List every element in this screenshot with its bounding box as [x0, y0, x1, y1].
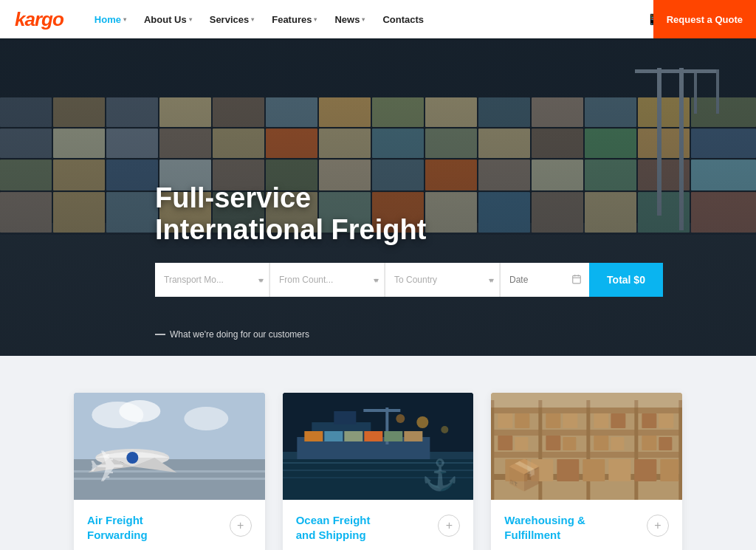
main-nav: Home ▾ About Us ▾ Services ▾ Features ▾ … [86, 0, 647, 38]
service-title-warehouse: Warehousing &Fulfillment [504, 513, 585, 543]
date-wrapper [501, 263, 589, 297]
nav-item-contacts[interactable]: Contacts [374, 0, 433, 38]
air-freight-image [74, 393, 265, 500]
nav-item-about[interactable]: About Us ▾ [135, 0, 201, 38]
header: kargo Home ▾ About Us ▾ Services ▾ Featu… [0, 0, 756, 38]
logo[interactable]: kargo [15, 8, 63, 31]
transport-mode-wrapper: Transport Mo... Air Freight Ocean Freigh… [155, 263, 270, 297]
svg-rect-97 [384, 431, 402, 441]
svg-rect-93 [304, 431, 323, 441]
svg-rect-78 [74, 478, 265, 480]
hero-section: Full-service International Freight Trans… [0, 38, 756, 356]
freight-search-form: Transport Mo... Air Freight Ocean Freigh… [155, 263, 628, 297]
total-button[interactable]: Total $0 [589, 263, 663, 297]
services-section: Air FreightForwarding + [0, 356, 756, 550]
svg-rect-98 [404, 431, 422, 441]
service-card-air: Air FreightForwarding + [74, 393, 265, 550]
service-title-ocean: Ocean Freightand Shipping [296, 513, 371, 543]
calendar-icon [571, 274, 582, 286]
nav-item-home[interactable]: Home ▾ [86, 0, 135, 38]
svg-point-81 [184, 407, 228, 430]
warehouse-image [491, 393, 682, 500]
logo-text: kar [15, 8, 41, 30]
nav-item-news[interactable]: News ▾ [326, 0, 374, 38]
chevron-down-icon: ▾ [123, 16, 126, 23]
service-body-air: Air FreightForwarding + [74, 500, 265, 550]
svg-point-84 [110, 461, 125, 469]
svg-point-105 [441, 426, 448, 433]
service-expand-ocean[interactable]: + [438, 515, 460, 537]
chevron-down-icon: ▾ [251, 16, 254, 23]
hero-content: Full-service International Freight Trans… [155, 182, 628, 297]
svg-rect-90 [334, 411, 356, 424]
ocean-freight-image [283, 393, 474, 500]
nav-item-services[interactable]: Services ▾ [201, 0, 264, 38]
svg-point-83 [126, 452, 138, 464]
svg-rect-92 [363, 409, 400, 412]
hero-subtitle: What we're doing for our customers [155, 329, 309, 340]
svg-rect-132 [506, 459, 528, 481]
svg-rect-139 [491, 393, 682, 500]
chevron-down-icon: ▾ [189, 16, 192, 23]
hero-title: Full-service International Freight [155, 182, 628, 247]
nav-item-features[interactable]: Features ▾ [263, 0, 326, 38]
to-country-select[interactable]: To Country China Japan India [385, 263, 500, 297]
chevron-down-icon: ▾ [314, 16, 317, 23]
transport-mode-select[interactable]: Transport Mo... Air Freight Ocean Freigh… [155, 263, 269, 297]
service-expand-air[interactable]: + [230, 515, 252, 537]
to-country-wrapper: To Country China Japan India ▾ [385, 263, 501, 297]
chevron-down-icon: ▾ [362, 16, 365, 23]
svg-rect-71 [573, 275, 581, 283]
from-country-wrapper: From Count... USA UK Germany ▾ [270, 263, 385, 297]
svg-rect-94 [324, 431, 343, 441]
service-card-warehouse: Warehousing &Fulfillment + [491, 393, 682, 550]
svg-rect-99 [283, 459, 474, 500]
request-quote-button[interactable]: Request a Quote [653, 0, 756, 38]
service-expand-warehouse[interactable]: + [647, 515, 669, 537]
svg-point-80 [119, 400, 160, 422]
from-country-select[interactable]: From Count... USA UK Germany [270, 263, 385, 297]
logo-accent: go [41, 8, 63, 30]
svg-rect-95 [344, 431, 362, 441]
svg-rect-140 [491, 393, 682, 408]
service-body-ocean: Ocean Freightand Shipping + [283, 500, 474, 550]
service-card-ocean: Ocean Freightand Shipping + [283, 393, 474, 550]
svg-rect-96 [364, 431, 382, 441]
service-body-warehouse: Warehousing &Fulfillment + [491, 500, 682, 550]
service-title-air: Air FreightForwarding [87, 513, 148, 543]
svg-point-104 [396, 414, 405, 423]
svg-point-103 [416, 416, 428, 428]
